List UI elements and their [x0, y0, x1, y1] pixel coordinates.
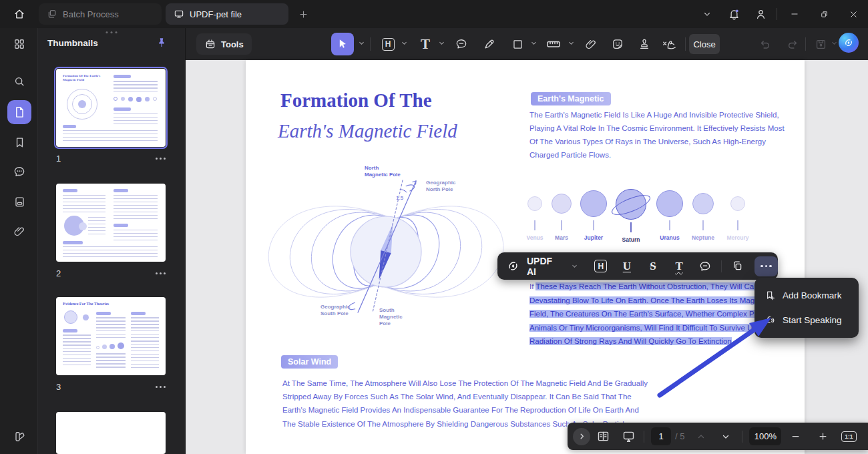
presentation-mode-button[interactable] — [616, 423, 641, 450]
updf-ai-button[interactable]: UPDF AI — [527, 256, 563, 277]
comment-tool-button[interactable] — [450, 33, 473, 55]
comment-button[interactable] — [692, 252, 718, 280]
selection-floating-toolbar: UPDF AI H U S T — [497, 252, 778, 280]
left-sidebar — [0, 28, 38, 454]
comments-panel-button[interactable] — [7, 160, 31, 184]
collapse-bar-button[interactable] — [573, 428, 590, 445]
close-window-button[interactable] — [839, 0, 868, 28]
page-menu-button[interactable] — [156, 386, 166, 388]
shape-tool-chevron-icon[interactable] — [530, 39, 537, 47]
page-number: 3 — [56, 382, 61, 392]
account-button[interactable] — [747, 0, 774, 28]
next-page-button[interactable] — [712, 423, 739, 450]
section-badge-solar-wind: Solar Wind — [281, 355, 338, 369]
page-tools-button[interactable] — [7, 190, 31, 214]
updf-app-window: Batch Process UPDF-pet file — [0, 0, 868, 454]
text-tool-chevron-icon[interactable] — [438, 39, 445, 47]
theme-swatches-button[interactable] — [7, 425, 31, 449]
save-button[interactable] — [809, 33, 832, 55]
ruler-icon — [546, 36, 562, 52]
home-button[interactable] — [8, 3, 31, 25]
divider — [685, 37, 686, 51]
tab-batch-process[interactable]: Batch Process — [39, 3, 162, 25]
measure-tool-button[interactable] — [542, 33, 565, 55]
updf-ai-launcher-button[interactable] — [839, 33, 859, 53]
zoom-out-button[interactable] — [781, 423, 809, 450]
stamp-tool-button[interactable] — [633, 33, 656, 55]
previous-page-button[interactable] — [690, 423, 712, 450]
thumbnail-page-1[interactable]: Formation Of The Earth's Magnetic Field — [56, 69, 166, 147]
apps-grid-icon — [13, 37, 26, 51]
panel-drag-handle[interactable] — [106, 31, 118, 33]
minimize-button[interactable] — [780, 0, 809, 28]
page-menu-button[interactable] — [156, 158, 166, 160]
select-tool-button[interactable] — [331, 33, 354, 55]
page-layout-button[interactable] — [590, 423, 616, 450]
text-tool-icon: T — [421, 36, 430, 53]
new-tab-button[interactable] — [295, 6, 311, 22]
magnetic-field-diagram: North Magnetic Pole Geographic North Pol… — [264, 159, 507, 336]
signature-tool-button[interactable] — [658, 33, 681, 55]
shape-tool-button[interactable] — [506, 33, 529, 55]
strikethrough-button[interactable]: S — [640, 252, 666, 280]
restore-icon — [819, 9, 829, 19]
collapse-toolbar-button[interactable] — [694, 0, 720, 28]
actual-size-button[interactable]: 1:1 — [836, 423, 861, 450]
heading-tool-button[interactable]: H — [377, 33, 399, 55]
doc-text-line: At The Same Time, The Atmosphere Will Al… — [282, 379, 648, 387]
squiggly-underline-button[interactable]: T — [666, 252, 692, 280]
section-badge-earths-magnetic: Earth's Magnetic — [531, 92, 611, 105]
add-bookmark-menu-item[interactable]: Add Bookmark — [754, 283, 859, 308]
thumbnails-panel-button[interactable] — [7, 100, 31, 124]
label-geo-south-1: Geographic — [320, 304, 351, 310]
undo-button[interactable] — [754, 33, 777, 55]
annotation-toolbar: Tools H T Close — [186, 28, 868, 60]
underline-button[interactable]: U — [614, 252, 640, 280]
titlebar: Batch Process UPDF-pet file — [0, 0, 868, 28]
updf-ai-icon — [505, 258, 521, 274]
bookmarks-panel-button[interactable] — [7, 130, 31, 154]
thumbnail-page-2[interactable] — [56, 184, 166, 262]
zoom-in-button[interactable] — [809, 423, 836, 450]
undo-icon — [759, 38, 772, 51]
thumbnail-page-3[interactable]: Evidence For The Theories — [56, 297, 166, 375]
tools-button[interactable]: Tools — [196, 33, 252, 55]
comment-note-icon — [698, 260, 712, 273]
selection-context-menu: Add Bookmark Start Speaking — [754, 278, 859, 338]
highlight-button[interactable]: H — [588, 252, 614, 280]
notifications-button[interactable] — [720, 0, 747, 28]
chevron-down-icon — [702, 9, 712, 19]
pencil-tool-button[interactable] — [478, 33, 501, 55]
heading-tool-chevron-icon[interactable] — [401, 39, 408, 47]
redo-button[interactable] — [781, 33, 803, 55]
paperclip-icon — [13, 225, 26, 238]
save-chevron-icon[interactable] — [831, 39, 838, 47]
start-speaking-menu-item[interactable]: Start Speaking — [754, 308, 859, 332]
page-menu-button[interactable] — [156, 272, 166, 274]
comment-note-icon — [455, 37, 468, 51]
restore-button[interactable] — [809, 0, 839, 28]
apps-grid-button[interactable] — [7, 32, 31, 56]
thumbnails-panel: Thumbnails Formation Of The Earth's Magn… — [38, 28, 186, 454]
thumbnail-page-4[interactable] — [56, 412, 166, 454]
copy-button[interactable] — [724, 252, 750, 280]
select-tool-chevron-icon[interactable] — [358, 39, 365, 47]
text-highlighted: Field, The Creatures On The Earth's Surf… — [529, 310, 786, 318]
page-number-input[interactable]: 1 — [651, 427, 671, 445]
close-annotate-button[interactable]: Close — [689, 34, 720, 54]
updf-ai-chevron-icon[interactable] — [571, 262, 578, 270]
sticker-tool-button[interactable] — [606, 33, 629, 55]
text-tool-button[interactable]: T — [414, 33, 437, 55]
attachments-panel-button[interactable] — [7, 219, 31, 243]
plus-icon — [298, 9, 308, 19]
attach-tool-button[interactable] — [580, 33, 602, 55]
titlebar-right-cluster — [694, 0, 868, 28]
more-options-button[interactable] — [754, 256, 778, 276]
menu-item-label: Add Bookmark — [783, 290, 842, 300]
tab-updf-pet-file[interactable]: UPDF-pet file — [166, 3, 288, 25]
pin-icon[interactable] — [156, 37, 168, 49]
measure-tool-chevron-icon[interactable] — [568, 39, 575, 47]
search-button[interactable] — [7, 69, 31, 93]
square-icon — [511, 38, 524, 51]
zoom-level-input[interactable]: 100% — [749, 427, 781, 445]
